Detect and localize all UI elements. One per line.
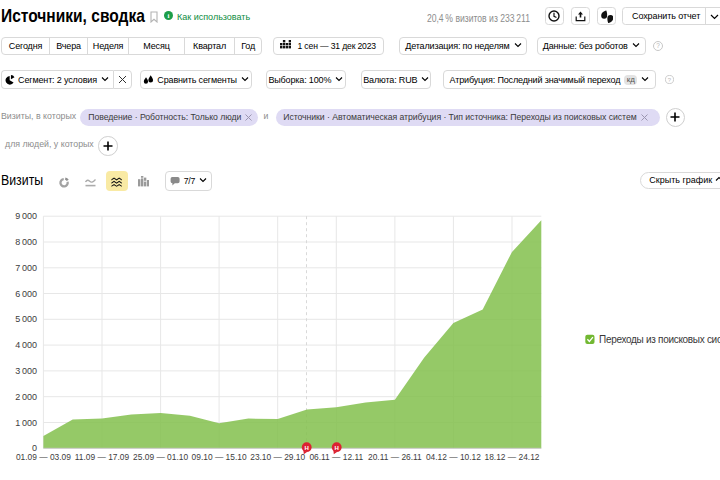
- svg-text:Н: Н: [335, 445, 339, 451]
- svg-text:7 000: 7 000: [15, 263, 37, 273]
- svg-text:18.12 — 24.12: 18.12 — 24.12: [485, 452, 540, 462]
- svg-text:2 000: 2 000: [15, 392, 37, 402]
- svg-text:6 000: 6 000: [15, 289, 37, 299]
- svg-text:04.12 — 10.12: 04.12 — 10.12: [426, 452, 481, 462]
- svg-text:9 000: 9 000: [15, 211, 37, 221]
- svg-text:25.09 — 01.10: 25.09 — 01.10: [133, 452, 188, 462]
- svg-text:3 000: 3 000: [15, 366, 37, 376]
- svg-text:Переходы из поисковых систем: Переходы из поисковых систем: [599, 334, 720, 345]
- svg-text:4 000: 4 000: [15, 340, 37, 350]
- svg-text:20.11 — 26.11: 20.11 — 26.11: [368, 452, 422, 462]
- svg-text:1 000: 1 000: [15, 418, 37, 428]
- svg-text:Н: Н: [305, 445, 309, 451]
- svg-text:11.09 — 17.09: 11.09 — 17.09: [75, 452, 130, 462]
- svg-text:01.09 — 03.09: 01.09 — 03.09: [16, 452, 71, 462]
- svg-text:5 000: 5 000: [15, 314, 37, 324]
- svg-text:09.10 — 15.10: 09.10 — 15.10: [192, 452, 247, 462]
- svg-text:23.10 — 29.10: 23.10 — 29.10: [250, 452, 305, 462]
- svg-text:8 000: 8 000: [15, 237, 37, 247]
- svg-text:06.11 — 12.11: 06.11 — 12.11: [309, 452, 363, 462]
